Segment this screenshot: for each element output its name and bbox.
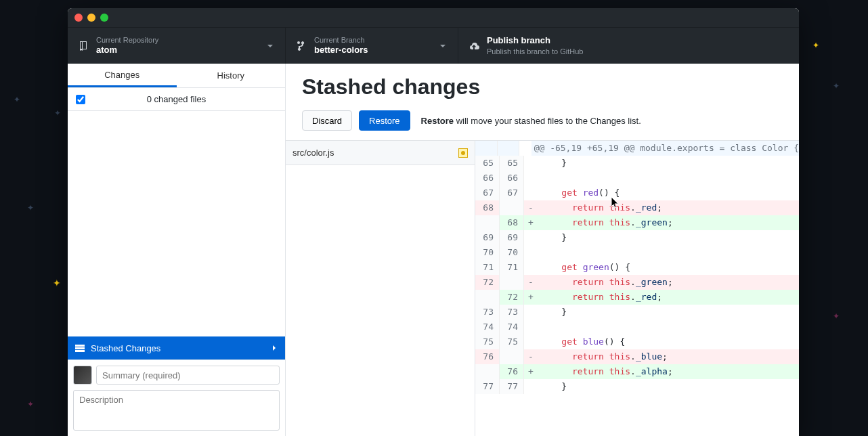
diff-line: 7171 get green() { bbox=[475, 260, 799, 275]
diff-code: return this._red; bbox=[538, 200, 799, 215]
diff-line: 68- return this._red; bbox=[475, 200, 799, 215]
diff-line: 7777 } bbox=[475, 379, 799, 394]
sparkle-icon: ✦ bbox=[833, 81, 840, 91]
branch-label: Current Branch bbox=[314, 35, 432, 45]
diff-marker bbox=[524, 156, 538, 171]
diff-code: } bbox=[538, 230, 799, 245]
line-number-new: 70 bbox=[500, 245, 524, 260]
stash-icon bbox=[74, 343, 85, 353]
line-number-new bbox=[500, 275, 524, 290]
diff-line: 7474 bbox=[475, 320, 799, 334]
minimize-icon[interactable] bbox=[87, 14, 95, 22]
app-window: Current Repository atom Current Branch b… bbox=[68, 8, 799, 436]
line-number-old: 67 bbox=[475, 186, 500, 200]
sparkle-icon: ✦ bbox=[54, 108, 61, 118]
diff-line: 68+ return this._green; bbox=[475, 215, 799, 230]
line-number-old: 76 bbox=[475, 349, 500, 364]
line-number-old: 68 bbox=[475, 200, 500, 215]
main-panel: Stashed changes Discard Restore Restore … bbox=[286, 64, 799, 436]
diff-code: get green() { bbox=[538, 260, 799, 275]
titlebar bbox=[68, 8, 799, 27]
diff-view[interactable]: @@ -65,19 +65,19 @@ module.exports = cla… bbox=[475, 141, 799, 436]
line-number-old: 74 bbox=[475, 320, 500, 334]
diff-marker bbox=[524, 305, 538, 320]
diff-code bbox=[538, 245, 799, 260]
tab-history[interactable]: History bbox=[177, 64, 286, 87]
diff-marker bbox=[524, 186, 538, 200]
diff-line: 6969 } bbox=[475, 230, 799, 245]
diff-line: 72- return this._green; bbox=[475, 275, 799, 290]
line-number-old: 69 bbox=[475, 230, 500, 245]
diff-line: 76+ return this._alpha; bbox=[475, 364, 799, 379]
modified-badge-icon bbox=[458, 148, 468, 158]
line-number-new: 73 bbox=[500, 305, 524, 320]
line-number-old: 65 bbox=[475, 156, 500, 171]
stashed-label: Stashed Changes bbox=[91, 343, 160, 353]
branch-icon bbox=[297, 41, 307, 51]
diff-marker bbox=[524, 334, 538, 349]
line-number-new: 68 bbox=[500, 215, 524, 230]
repo-value: atom bbox=[96, 45, 259, 56]
restore-button[interactable]: Restore bbox=[359, 110, 410, 131]
line-number-new: 66 bbox=[500, 171, 524, 186]
diff-code bbox=[538, 171, 799, 186]
sidebar: Changes History 0 changed files Stashed … bbox=[68, 64, 286, 436]
diff-marker: - bbox=[524, 200, 538, 215]
repo-icon bbox=[79, 41, 89, 51]
sidebar-tabs: Changes History bbox=[68, 64, 285, 88]
line-number-old: 73 bbox=[475, 305, 500, 320]
tab-changes[interactable]: Changes bbox=[68, 64, 177, 87]
line-number-old: 75 bbox=[475, 334, 500, 349]
page-title: Stashed changes bbox=[302, 74, 783, 100]
diff-marker: - bbox=[524, 349, 538, 364]
description-input[interactable] bbox=[73, 390, 280, 431]
sparkle-icon: ✦ bbox=[812, 41, 819, 50]
line-number-new: 77 bbox=[500, 379, 524, 394]
line-number-old: 71 bbox=[475, 260, 500, 275]
line-number-old: 70 bbox=[475, 245, 500, 260]
changes-count: 0 changed files bbox=[147, 94, 206, 104]
diff-marker: + bbox=[524, 364, 538, 379]
repository-selector[interactable]: Current Repository atom bbox=[68, 28, 286, 64]
diff-code: get blue() { bbox=[538, 334, 799, 349]
line-number-old: 77 bbox=[475, 379, 500, 394]
line-number-new: 67 bbox=[500, 186, 524, 200]
select-all-checkbox[interactable] bbox=[76, 95, 85, 104]
repo-label: Current Repository bbox=[96, 35, 259, 45]
diff-code: } bbox=[538, 156, 799, 171]
publish-label: Publish branch bbox=[487, 35, 788, 47]
diff-line: 7070 bbox=[475, 245, 799, 260]
line-number-new: 71 bbox=[500, 260, 524, 275]
chevron-down-icon bbox=[266, 42, 274, 50]
diff-marker bbox=[524, 245, 538, 260]
file-list: src/color.js bbox=[286, 141, 475, 436]
cursor-icon bbox=[611, 196, 620, 209]
line-number-old bbox=[475, 364, 500, 379]
chevron-down-icon bbox=[439, 42, 447, 50]
diff-marker bbox=[524, 379, 538, 394]
maximize-icon[interactable] bbox=[100, 14, 108, 22]
diff-marker: + bbox=[524, 215, 538, 230]
file-item[interactable]: src/color.js bbox=[286, 141, 475, 165]
sparkle-icon: ✦ bbox=[27, 203, 34, 213]
line-number-new: 69 bbox=[500, 230, 524, 245]
diff-code: return this._red; bbox=[538, 290, 799, 305]
sparkle-icon: ✦ bbox=[14, 95, 20, 104]
publish-value: Publish this branch to GitHub bbox=[487, 47, 788, 56]
line-number-new: 75 bbox=[500, 334, 524, 349]
stashed-changes-bar[interactable]: Stashed Changes bbox=[68, 336, 285, 359]
sparkle-icon: ✦ bbox=[833, 311, 840, 321]
branch-selector[interactable]: Current Branch better-colors bbox=[286, 28, 458, 64]
branch-value: better-colors bbox=[314, 45, 432, 56]
summary-input[interactable] bbox=[96, 366, 280, 385]
restore-hint: Restore will move your stashed files to … bbox=[421, 116, 641, 126]
close-icon[interactable] bbox=[74, 14, 83, 22]
discard-button[interactable]: Discard bbox=[302, 110, 352, 131]
line-number-new bbox=[500, 200, 524, 215]
publish-branch[interactable]: Publish branch Publish this branch to Gi… bbox=[458, 28, 799, 64]
line-number-old: 72 bbox=[475, 275, 500, 290]
line-number-old bbox=[475, 290, 500, 305]
diff-marker bbox=[524, 171, 538, 186]
cloud-upload-icon bbox=[469, 41, 480, 51]
diff-line: 7575 get blue() { bbox=[475, 334, 799, 349]
